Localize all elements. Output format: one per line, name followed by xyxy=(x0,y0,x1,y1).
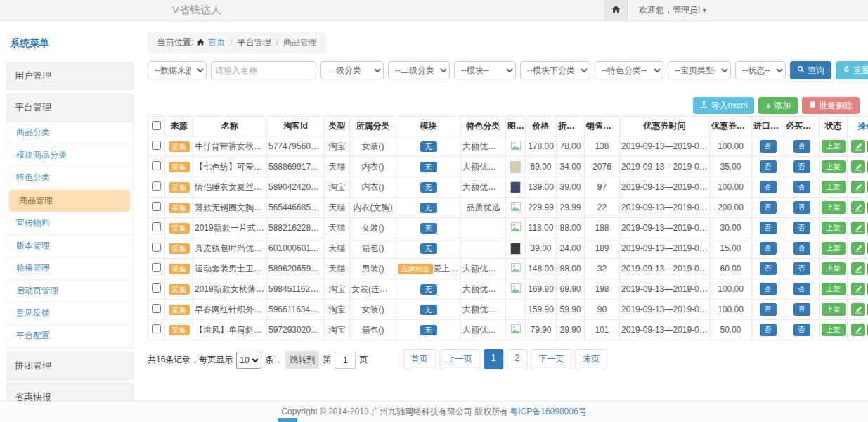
row-checkbox[interactable] xyxy=(152,283,161,293)
select-all-checkbox[interactable] xyxy=(152,121,161,130)
cell-type: 天猫 xyxy=(325,238,350,259)
must-buy-toggle[interactable]: 否 xyxy=(793,303,810,316)
table-row: 采集牛仔背带裤女秋装减龄...577479560965淘宝女装()无大额优惠券1… xyxy=(148,136,868,157)
add-button[interactable]: + 添加 xyxy=(758,97,798,114)
item-type-select[interactable]: --宝贝类型-- xyxy=(668,61,731,79)
cell-status: 上架 xyxy=(820,279,848,300)
sidebar-link-9[interactable]: 启动页管理 xyxy=(6,280,133,302)
edit-button[interactable] xyxy=(851,201,865,214)
status-badge[interactable]: 上架 xyxy=(822,201,846,214)
status-badge[interactable]: 上架 xyxy=(822,303,846,316)
data-source-select[interactable]: --数据来源-- xyxy=(148,61,207,79)
must-buy-toggle[interactable]: 否 xyxy=(793,222,810,234)
row-checkbox[interactable] xyxy=(152,202,161,211)
import-select-toggle[interactable]: 否 xyxy=(760,222,777,234)
row-checkbox[interactable] xyxy=(152,243,161,252)
edit-button[interactable] xyxy=(851,324,865,336)
status-badge[interactable]: 上架 xyxy=(822,222,846,234)
must-buy-toggle[interactable]: 否 xyxy=(793,181,810,193)
status-badge[interactable]: 上架 xyxy=(822,160,846,173)
edit-button[interactable] xyxy=(851,262,865,275)
must-buy-toggle[interactable]: 否 xyxy=(793,324,810,336)
must-buy-toggle[interactable]: 否 xyxy=(793,242,810,255)
sidebar-link-3[interactable]: 模块商品分类 xyxy=(6,144,133,167)
module-select[interactable]: --模块-- xyxy=(454,61,516,79)
sidebar-link-6[interactable]: 宣传物料 xyxy=(6,212,133,235)
import-select-toggle[interactable]: 否 xyxy=(760,242,777,255)
import-excel-button[interactable]: 导入excel xyxy=(693,97,754,114)
page-next-button[interactable]: 下一页 xyxy=(531,349,571,369)
page-input[interactable] xyxy=(335,352,356,369)
import-select-toggle[interactable]: 否 xyxy=(760,262,777,275)
must-buy-toggle[interactable]: 否 xyxy=(793,140,810,153)
row-checkbox[interactable] xyxy=(152,222,161,231)
sidebar-section-1[interactable]: 平台管理 xyxy=(6,94,134,122)
cell-operations xyxy=(848,198,868,218)
breadcrumb-home-link[interactable]: 首页 xyxy=(208,37,225,49)
edit-button[interactable] xyxy=(851,283,865,295)
user-menu[interactable]: 欢迎您，管理员! ▾ xyxy=(628,4,718,16)
row-checkbox[interactable] xyxy=(152,263,161,272)
jump-button[interactable]: 跳转到 xyxy=(285,351,319,369)
cell-name: 牛仔背带裤女秋装减龄... xyxy=(193,136,267,157)
sidebar-section-0[interactable]: 用户管理 xyxy=(6,62,134,90)
must-buy-toggle[interactable]: 否 xyxy=(793,201,810,214)
row-checkbox[interactable] xyxy=(152,181,161,191)
sidebar-section-13[interactable]: 省惠快报 xyxy=(6,383,134,401)
row-checkbox[interactable] xyxy=(152,161,161,170)
import-select-toggle[interactable]: 否 xyxy=(760,324,777,336)
status-badge[interactable]: 上架 xyxy=(822,140,846,153)
page-first-button[interactable]: 首页 xyxy=(403,349,436,369)
edit-button[interactable] xyxy=(851,140,865,153)
must-buy-toggle[interactable]: 否 xyxy=(793,262,810,275)
import-select-toggle[interactable]: 否 xyxy=(760,201,777,214)
status-badge[interactable]: 上架 xyxy=(822,242,846,255)
import-select-toggle[interactable]: 否 xyxy=(760,140,777,153)
feature-category-select[interactable]: --特色分类-- xyxy=(595,61,663,79)
sidebar-link-11[interactable]: 平台配置 xyxy=(6,325,133,347)
search-button[interactable]: 查询 xyxy=(790,61,831,79)
must-buy-toggle[interactable]: 否 xyxy=(793,160,810,173)
edit-button[interactable] xyxy=(851,160,865,173)
sidebar-link-4[interactable]: 特色分类 xyxy=(6,167,133,189)
sidebar-link-5[interactable]: 商品管理 xyxy=(9,190,130,212)
must-buy-toggle[interactable]: 否 xyxy=(793,283,810,295)
import-select-toggle[interactable]: 否 xyxy=(760,303,777,316)
import-select-toggle[interactable]: 否 xyxy=(760,160,777,173)
row-checkbox[interactable] xyxy=(152,141,161,150)
edit-button[interactable] xyxy=(851,303,865,316)
sidebar-link-10[interactable]: 意见反馈 xyxy=(6,302,133,325)
sidebar-section-12[interactable]: 拼团管理 xyxy=(6,352,134,380)
icp-link[interactable]: 粤ICP备16098006号 xyxy=(510,406,586,418)
reset-button[interactable]: 重置 xyxy=(836,61,868,79)
page-last-button[interactable]: 末页 xyxy=(575,349,607,369)
sidebar-link-7[interactable]: 版本管理 xyxy=(6,235,133,257)
status-badge[interactable]: 上架 xyxy=(822,181,846,193)
status-select[interactable]: --状态-- xyxy=(735,61,786,79)
name-input[interactable] xyxy=(211,61,316,79)
page-2-button[interactable]: 2 xyxy=(507,349,528,369)
batch-delete-button[interactable]: 批量删除 xyxy=(802,97,860,114)
per-page-select[interactable]: 10 xyxy=(236,352,261,369)
row-checkbox[interactable] xyxy=(152,304,161,313)
edit-button[interactable] xyxy=(851,242,865,255)
import-select-toggle[interactable]: 否 xyxy=(760,181,777,193)
sidebar-link-2[interactable]: 商品分类 xyxy=(6,122,133,144)
page-prev-button[interactable]: 上一页 xyxy=(439,349,480,369)
edit-button[interactable] xyxy=(851,222,865,234)
module-subcategory-select[interactable]: --模块下分类-- xyxy=(520,61,590,79)
level1-category-select[interactable]: 一级分类 xyxy=(320,61,384,79)
cell-module: 无 xyxy=(396,177,461,198)
status-badge[interactable]: 上架 xyxy=(822,262,846,275)
home-button[interactable] xyxy=(604,0,628,20)
import-select-toggle[interactable]: 否 xyxy=(760,283,777,295)
sidebar-link-8[interactable]: 轮播管理 xyxy=(6,257,133,280)
edit-button[interactable] xyxy=(851,181,865,193)
cell-category: 内衣(文胸) xyxy=(350,198,396,218)
row-checkbox[interactable] xyxy=(152,324,161,333)
cell-taoke-id: 588216228899 xyxy=(267,218,325,238)
level2-category-select[interactable]: --二级分类-- xyxy=(388,61,450,79)
page-1-button[interactable]: 1 xyxy=(484,349,504,369)
status-badge[interactable]: 上架 xyxy=(822,324,846,336)
status-badge[interactable]: 上架 xyxy=(822,283,846,295)
